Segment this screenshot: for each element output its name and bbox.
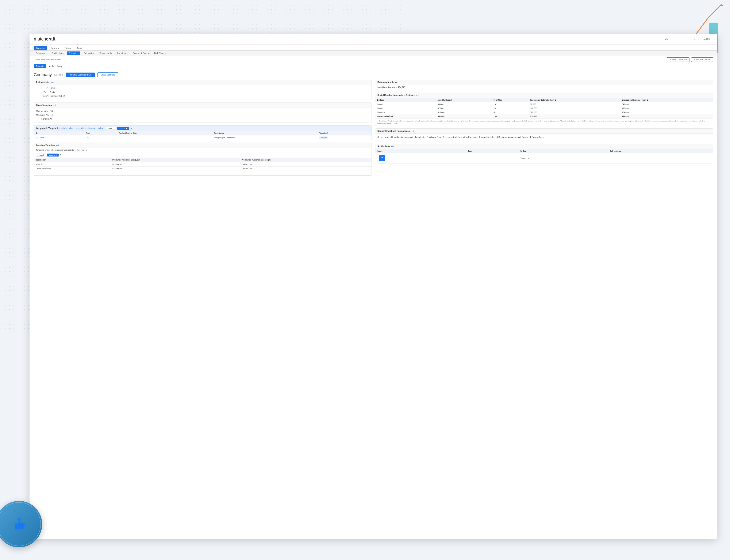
user-dropdown[interactable]: Jon ▾: [663, 37, 697, 41]
nav-tab-reports[interactable]: Reports: [48, 46, 61, 50]
imp-row1-budget: Budget 2: [375, 106, 436, 110]
primary-nav: Manage Reports Setup Admin: [30, 45, 717, 51]
loc-row-desc-2: ...: [34, 171, 110, 175]
dropdown-chevron-icon: ▾: [694, 38, 695, 40]
left-column: Estimate Info edit... ID: 12345 Type: So…: [34, 80, 372, 178]
nav-tab-setup[interactable]: Setup: [62, 46, 73, 50]
nav-sub-estimates[interactable]: Estimates: [67, 51, 80, 55]
specify-engine-link[interactable]: specify by engine code...: [76, 127, 97, 129]
imp-col-high: Impression Estimate - High 1: [620, 98, 713, 102]
nav-tab-admin[interactable]: Admin: [74, 46, 86, 50]
ad-col-type: Type: [466, 149, 518, 153]
ad-mockups-edit[interactable]: edit...: [391, 145, 396, 147]
breadcrumb-link[interactable]: Locate Estimates: [34, 58, 50, 61]
col-radius: Radius/Engine Code: [117, 131, 212, 135]
imp-row2-monthly: $10,000: [436, 110, 492, 114]
location-targeting-title: Location Targeting: [36, 144, 55, 146]
nav-sub-facebook-pages[interactable]: Facebook Pages: [131, 51, 151, 55]
company-title: Company: [34, 72, 52, 77]
loc-col-low: Worldwide Audience Size (Low): [110, 158, 240, 162]
ad-col-cta: Call to Action: [608, 149, 713, 153]
social-estimate-button[interactable]: + Social Estimate: [691, 57, 713, 62]
estimate-info-header: Estimate Info edit...: [34, 80, 372, 85]
table-row: city12345 City Albuquerque > New Mex Tar…: [34, 135, 372, 140]
name-label: Name*:: [36, 94, 49, 98]
ad-col-copy: Ad Copy: [518, 149, 608, 153]
imp-row1-pct: 24: [492, 106, 529, 110]
facebook-page-access-edit[interactable]: edit...: [411, 130, 416, 132]
estimate-name-row: Name*: Company Ad_01: [36, 94, 369, 98]
imp-row1-monthly: $7,500: [436, 106, 492, 110]
logo-bold: craft: [46, 36, 55, 42]
estimated-audience-title: Estimated Audience: [377, 81, 397, 84]
imp-col-budget: Budget: [375, 98, 436, 102]
estimate-info-title: Estimate Info: [36, 81, 49, 84]
loc-row-high-1: 123,456,789: [240, 167, 372, 171]
ad-image-cell: f: [375, 153, 466, 163]
thumbs-up-icon: [7, 513, 31, 536]
nav-sub-campaigns[interactable]: Campaigns: [34, 51, 49, 55]
imp-row0-monthly: $5,000: [436, 102, 492, 106]
row-type: City: [84, 135, 117, 140]
imp-row2-high: 374,000: [620, 110, 713, 114]
monthly-users-row: Monthly active users: 234,567: [375, 85, 713, 90]
geo-count-badge: count: 1: [106, 127, 116, 130]
powered-by-label: Powered by: [520, 157, 530, 159]
logout-button[interactable]: Log Out: [699, 37, 713, 41]
geo-options-button[interactable]: options ▼: [117, 127, 129, 130]
geo-refresh-icon[interactable]: ↻: [130, 127, 132, 129]
company-id: Es:12345: [54, 74, 63, 76]
targeted-badge: Targeted: [319, 136, 328, 139]
specify-radius-link[interactable]: specify by radius...: [59, 127, 75, 129]
ad-cta-cell: [608, 153, 713, 163]
browser-window: matchcraft Jon ▾ Log Out Manage Reports …: [30, 34, 717, 539]
nav-sub-bulk-changes[interactable]: Bulk Changes: [152, 51, 169, 55]
estimate-info-body: ID: 12345 Type: Social Name*: Company Ad…: [34, 85, 372, 100]
nav-sub-inventories[interactable]: Inventories: [115, 51, 130, 55]
location-options-button[interactable]: options ▼: [47, 154, 59, 157]
row-id: city12345: [34, 135, 84, 140]
estimate-id-row: ID: 12345: [36, 87, 369, 90]
search-estimate-button[interactable]: + Search Estimate: [667, 57, 689, 62]
nav-tab-manage[interactable]: Manage: [34, 46, 47, 50]
ad-col-image: Image: [375, 149, 466, 153]
imp-row3-high: 951,000: [620, 114, 713, 118]
imp-row1-high: 307,000: [620, 106, 713, 110]
loc-row-low-1: 100,200,300: [110, 167, 240, 171]
estimate-info-section: Estimate Info edit... ID: 12345 Type: So…: [34, 80, 372, 100]
imp-row2-budget: Budget 3: [375, 110, 436, 114]
estimated-audience-header: Estimated Audience: [375, 80, 713, 85]
nav-sub-categories[interactable]: Categories: [82, 51, 96, 55]
geo-table: ID Type Radius/Engine Code Description T…: [34, 131, 372, 140]
delete-link[interactable]: delete...: [98, 127, 105, 129]
col-targeted: Targeted?: [318, 131, 372, 135]
location-refresh-icon[interactable]: ↻: [60, 154, 62, 156]
thumbs-up-overlay: [0, 501, 42, 547]
estimate-info-edit[interactable]: edit...: [51, 81, 55, 84]
close-estimate-button[interactable]: Close Estimate: [97, 72, 118, 77]
imp-row0-low: 80,000: [529, 102, 620, 106]
loc-row-high-2: ...: [240, 171, 372, 175]
tab-estimate[interactable]: Estimate: [34, 64, 46, 68]
basic-targeting-section: Basic Targeting edit... Minimum Age: 18 …: [34, 103, 372, 123]
printable-estimate-button[interactable]: Printable Estimate (PDF): [66, 73, 95, 77]
table-row: Advertising 123,456,789 234,567,890: [34, 162, 372, 167]
max-age-label: Maximum Age:: [36, 113, 50, 117]
nav-sub-notifications[interactable]: Notifications: [50, 51, 66, 55]
gender-label: Gender:: [36, 117, 49, 121]
row-description: Albuquerque > New Mex: [212, 135, 318, 140]
imp-col-monthly: Monthly Budget: [436, 98, 492, 102]
tab-action-history[interactable]: Action History: [47, 64, 64, 68]
location-targeting-edit[interactable]: edit...: [56, 144, 61, 146]
facebook-page-access-header: Request Facebook Page Access edit...: [375, 129, 713, 134]
name-value: Company Ad_01: [50, 94, 65, 98]
user-name: Jon: [665, 38, 669, 40]
geographic-targets-section: Geographic Targets ℹ specify by radius..…: [34, 125, 372, 140]
location-targeting-section: Location Targeting edit... Target: Every…: [34, 143, 372, 176]
social-impressions-section: Social Monthly Impressions Estimate edit…: [375, 93, 713, 126]
basic-targeting-body: Minimum Age: 18 Maximum Age: 65+ Gender:…: [34, 108, 372, 123]
social-impressions-edit[interactable]: edit...: [416, 94, 421, 96]
nav-sub-disapprovals[interactable]: Disapprovals: [97, 51, 114, 55]
social-impressions-header: Social Monthly Impressions Estimate edit…: [375, 93, 713, 98]
basic-targeting-edit[interactable]: edit...: [53, 104, 58, 106]
